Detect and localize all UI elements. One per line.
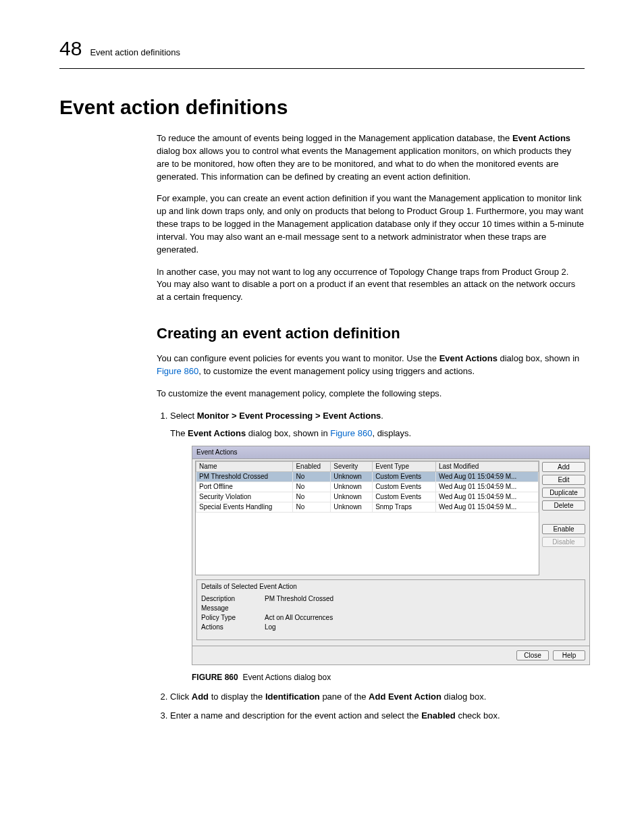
table-row[interactable]: Port Offline No Unknown Custom Events We…: [196, 482, 539, 492]
figure-link[interactable]: Figure 860: [330, 428, 372, 438]
duplicate-button[interactable]: Duplicate: [542, 488, 585, 498]
help-button[interactable]: Help: [553, 650, 585, 660]
dialog-footer: Close Help: [192, 646, 590, 665]
chapter-number: 48: [59, 37, 82, 60]
add-button[interactable]: Add: [542, 462, 585, 472]
col-event-type[interactable]: Event Type: [373, 462, 436, 472]
delete-button[interactable]: Delete: [542, 500, 585, 511]
step-3: Enter a name and description for the eve…: [170, 710, 585, 723]
steps-list: Select Monitor > Event Processing > Even…: [157, 410, 585, 723]
edit-button[interactable]: Edit: [542, 475, 585, 485]
table-row[interactable]: Security Violation No Unknown Custom Eve…: [196, 492, 539, 502]
page: 48 Event action definitions Event action…: [0, 0, 644, 834]
step-1-body: The Event Actions dialog box, shown in F…: [170, 427, 585, 440]
col-severity[interactable]: Severity: [331, 462, 373, 472]
running-header: 48 Event action definitions: [59, 37, 585, 69]
chapter-title: Event action definitions: [90, 47, 180, 57]
col-name[interactable]: Name: [196, 462, 293, 472]
para-1: To reduce the amount of events being log…: [157, 132, 585, 183]
para-3: In another case, you may not want to log…: [157, 266, 585, 305]
figure-link[interactable]: Figure 860: [157, 366, 198, 376]
para-4: You can configure event policies for eve…: [157, 353, 585, 378]
col-last-modified[interactable]: Last Modified: [435, 462, 538, 472]
step-1: Select Monitor > Event Processing > Even…: [170, 410, 585, 684]
disable-button[interactable]: Disable: [542, 537, 585, 547]
details-panel: Details of Selected Event Action Descrip…: [196, 579, 585, 640]
button-column: Add Edit Duplicate Delete Enable Disable: [542, 461, 589, 547]
body-block-1: To reduce the amount of events being log…: [157, 132, 585, 723]
step-2: Click Add to display the Identification …: [170, 691, 585, 704]
table-row[interactable]: Special Events Handling No Unknown Snmp …: [196, 502, 539, 513]
heading-2: Creating an event action definition: [157, 323, 585, 344]
close-button[interactable]: Close: [516, 650, 549, 660]
col-enabled[interactable]: Enabled: [293, 462, 331, 472]
dialog-titlebar: Event Actions: [192, 446, 590, 459]
enable-button[interactable]: Enable: [542, 524, 585, 534]
details-title: Details of Selected Event Action: [201, 583, 581, 591]
event-actions-dialog: Event Actions Name Enabled Severity Even…: [192, 446, 590, 665]
event-table[interactable]: Name Enabled Severity Event Type Last Mo…: [195, 461, 539, 575]
para-2: For example, you can create an event act…: [157, 192, 585, 256]
para-5: To customize the event management policy…: [157, 388, 585, 400]
figure-caption: FIGURE 860 Event Actions dialog box: [192, 672, 585, 683]
heading-1: Event action definitions: [59, 96, 585, 119]
table-row[interactable]: PM Threshold Crossed No Unknown Custom E…: [196, 472, 539, 482]
